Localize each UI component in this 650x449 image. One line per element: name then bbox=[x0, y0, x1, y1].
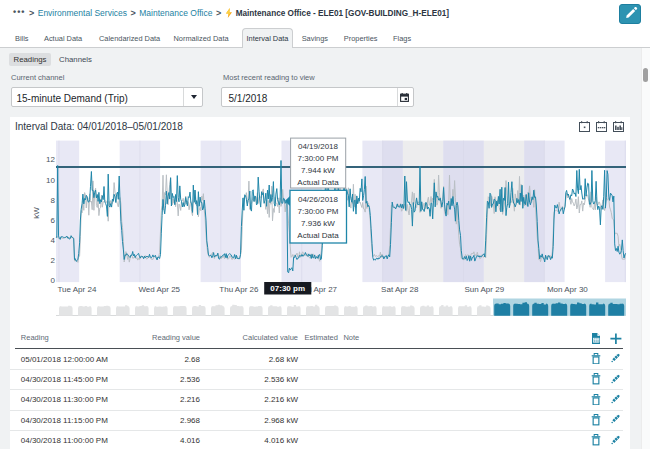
svg-text:Sun Apr 29: Sun Apr 29 bbox=[465, 285, 505, 294]
svg-text:Wed Apr 25: Wed Apr 25 bbox=[138, 285, 180, 294]
svg-text:7.936 kW: 7.936 kW bbox=[301, 219, 335, 228]
svg-text:Actual Data: Actual Data bbox=[297, 178, 339, 187]
svg-text:8: 8 bbox=[51, 196, 56, 205]
svg-text:4: 4 bbox=[51, 236, 56, 245]
svg-text:7:30:00 PM: 7:30:00 PM bbox=[298, 207, 339, 216]
svg-text:04/26/2018: 04/26/2018 bbox=[298, 195, 339, 204]
svg-text:kW: kW bbox=[32, 207, 41, 219]
svg-text:12: 12 bbox=[46, 155, 55, 164]
svg-text:Mon Apr 30: Mon Apr 30 bbox=[547, 285, 588, 294]
svg-text:10: 10 bbox=[46, 176, 55, 185]
svg-text:7:30:00 PM: 7:30:00 PM bbox=[298, 154, 339, 163]
svg-text:2: 2 bbox=[51, 256, 56, 265]
svg-text:0: 0 bbox=[51, 276, 56, 285]
svg-text:Tue Apr 24: Tue Apr 24 bbox=[58, 285, 97, 294]
svg-text:6: 6 bbox=[51, 216, 56, 225]
svg-text:04/19/2018: 04/19/2018 bbox=[298, 142, 339, 151]
svg-text:Thu Apr 26: Thu Apr 26 bbox=[219, 285, 259, 294]
svg-text:7.944 kW: 7.944 kW bbox=[301, 166, 335, 175]
svg-text:Actual Data: Actual Data bbox=[297, 231, 339, 240]
svg-text:Sat Apr 28: Sat Apr 28 bbox=[381, 285, 419, 294]
svg-text:07:30 pm: 07:30 pm bbox=[270, 284, 305, 293]
